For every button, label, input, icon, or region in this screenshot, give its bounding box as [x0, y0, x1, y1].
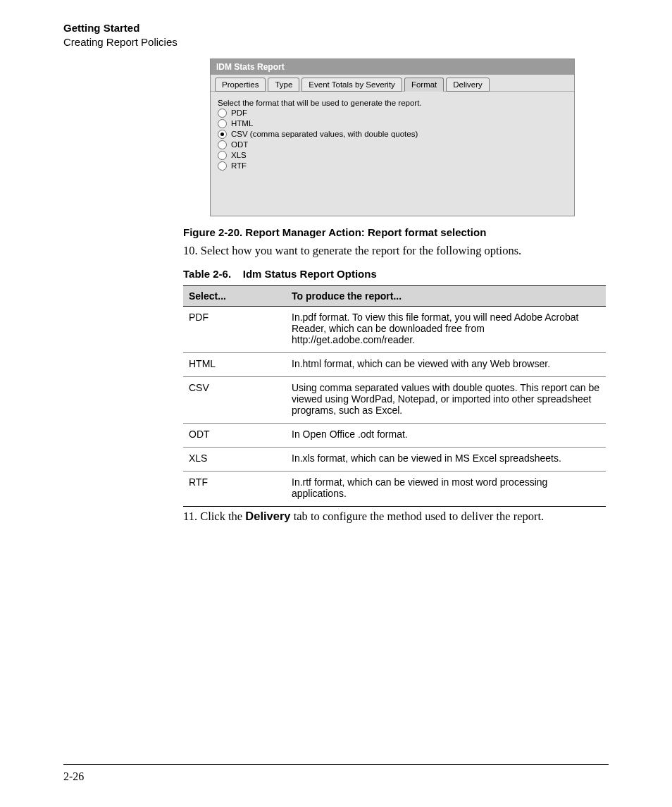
table-row: XLSIn.xls format, which can be viewed in… [183, 447, 606, 471]
dialog-idm-stats: IDM Stats Report Properties Type Event T… [210, 58, 575, 216]
radio-pdf[interactable] [218, 109, 227, 118]
step-11: 11. Click the Delivery tab to configure … [183, 510, 609, 524]
radio-rtf[interactable] [218, 161, 227, 171]
section-title: Creating Report Policies [63, 35, 609, 49]
table-row: CSVUsing comma separated values with dou… [183, 376, 606, 423]
radio-html-label: HTML [231, 119, 253, 128]
step-11-post: tab to configure the method used to deli… [291, 510, 545, 523]
radio-csv-label: CSV (comma separated values, with double… [231, 130, 418, 138]
dialog-titlebar: IDM Stats Report [211, 59, 574, 75]
page-number: 2-26 [63, 770, 84, 783]
tab-properties[interactable]: Properties [215, 78, 266, 92]
table-row: ODTIn Open Office .odt format. [183, 423, 606, 447]
th-produce: To produce the report... [286, 285, 606, 306]
tab-type[interactable]: Type [268, 78, 299, 92]
radio-odt[interactable] [218, 140, 227, 149]
radio-csv[interactable] [218, 130, 227, 139]
figure-caption: Figure 2-20. Report Manager Action: Repo… [183, 226, 609, 238]
tab-event-totals[interactable]: Event Totals by Severity [301, 78, 402, 92]
tab-delivery[interactable]: Delivery [446, 78, 490, 92]
radio-odt-label: ODT [231, 140, 248, 149]
th-select: Select... [183, 285, 286, 306]
radio-xls[interactable] [218, 151, 227, 160]
radio-rtf-label: RTF [231, 161, 247, 170]
table-caption: Table 2-6. Idm Status Report Options [183, 268, 609, 280]
radio-html[interactable] [218, 119, 227, 128]
format-instruction: Select the format that will be used to g… [218, 99, 567, 107]
radio-xls-label: XLS [231, 151, 247, 159]
page-header: Getting Started Creating Report Policies [63, 21, 609, 50]
table-row: PDFIn.pdf format. To view this file form… [183, 306, 606, 352]
step-11-pre: 11. Click the [183, 510, 245, 523]
tab-format[interactable]: Format [404, 78, 444, 92]
radio-pdf-label: PDF [231, 109, 247, 117]
options-table: Select... To produce the report... PDFIn… [183, 285, 606, 507]
tab-row: Properties Type Event Totals by Severity… [211, 75, 574, 92]
table-caption-title: Idm Status Report Options [243, 268, 377, 280]
table-row: HTMLIn.html format, which can be viewed … [183, 352, 606, 376]
dialog-body: Select the format that will be used to g… [211, 91, 574, 216]
step-11-bold: Delivery [245, 510, 290, 522]
footer-rule [63, 764, 609, 765]
chapter-title: Getting Started [63, 21, 609, 35]
step-10: 10. Select how you want to generate the … [183, 244, 609, 258]
table-row: RTFIn.rtf format, which can be viewed in… [183, 471, 606, 506]
table-caption-prefix: Table 2-6. [183, 268, 231, 280]
